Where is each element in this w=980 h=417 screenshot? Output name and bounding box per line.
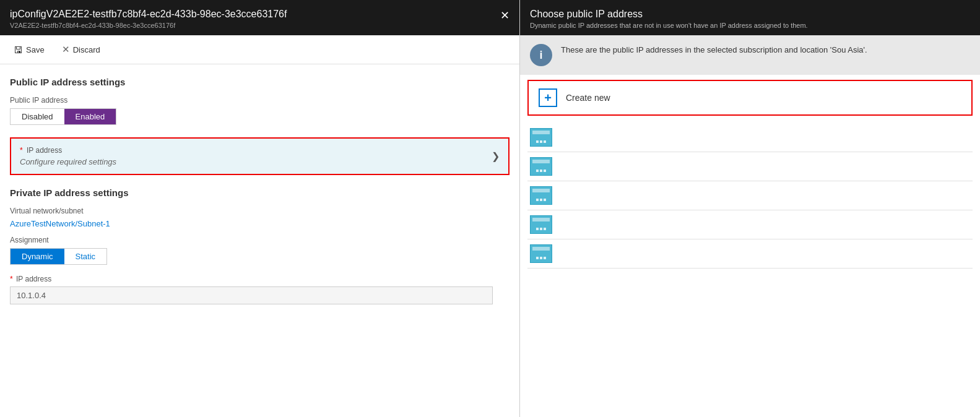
left-panel: ipConfigV2AE2E2-testfb7c8bf4-ec2d-433b-9…	[0, 0, 520, 417]
discard-icon: ✕	[62, 44, 70, 55]
assignment-toggle-group: Dynamic Static	[10, 248, 107, 265]
discard-label: Discard	[73, 45, 100, 54]
toolbar: 🖫 Save ✕ Discard	[0, 35, 519, 64]
list-item[interactable]	[527, 123, 973, 152]
private-ip-input[interactable]	[10, 286, 493, 304]
info-banner-text: These are the public IP addresses in the…	[561, 44, 867, 56]
ip-resource-icon	[530, 244, 552, 263]
public-ip-enabled-button[interactable]: Enabled	[64, 109, 116, 124]
discard-button[interactable]: ✕ Discard	[58, 41, 104, 58]
panel-title: ipConfigV2AE2E2-testfb7c8bf4-ec2d-433b-9…	[10, 9, 510, 20]
ip-resource-icon	[530, 157, 552, 176]
ip-resource-icon	[530, 128, 552, 147]
list-item[interactable]	[527, 210, 973, 239]
public-ip-toggle-group: Disabled Enabled	[10, 108, 116, 125]
ip-resource-icon	[530, 186, 552, 205]
required-mark: *	[20, 146, 23, 155]
ip-address-row-label: * IP address	[20, 146, 116, 155]
list-item[interactable]	[527, 152, 973, 181]
private-ip-label: * IP address	[10, 275, 510, 283]
list-item[interactable]	[527, 239, 973, 269]
info-icon: i	[530, 44, 552, 66]
ip-address-label-text: IP address	[27, 146, 62, 155]
save-label: Save	[26, 45, 45, 54]
ip-resource-icon	[530, 215, 552, 234]
ip-list	[520, 121, 980, 271]
info-banner: i These are the public IP addresses in t…	[520, 35, 980, 75]
save-icon: 🖫	[14, 45, 23, 55]
right-panel-title: Choose public IP address	[530, 9, 970, 20]
create-new-label: Create new	[566, 93, 610, 103]
list-item[interactable]	[527, 181, 973, 210]
left-header: ipConfigV2AE2E2-testfb7c8bf4-ec2d-433b-9…	[0, 0, 519, 35]
ip-address-selector-row[interactable]: * IP address Configure required settings…	[10, 137, 510, 175]
required-mark-2: *	[10, 275, 13, 283]
private-ip-section: Private IP address settings Virtual netw…	[10, 187, 510, 304]
plus-icon: +	[539, 88, 557, 107]
panel-subtitle: V2AE2E2-testfb7c8bf4-ec2d-433b-98ec-3e3c…	[10, 22, 510, 29]
right-panel: Choose public IP address Dynamic public …	[520, 0, 980, 417]
assignment-label: Assignment	[10, 236, 510, 244]
private-ip-label-text: IP address	[16, 275, 51, 283]
right-header: Choose public IP address Dynamic public …	[520, 0, 980, 35]
close-button[interactable]: ✕	[500, 9, 510, 22]
right-content: i These are the public IP addresses in t…	[520, 35, 980, 417]
public-ip-field-label: Public IP address	[10, 96, 510, 105]
public-ip-disabled-button[interactable]: Disabled	[11, 109, 64, 124]
subnet-link[interactable]: AzureTestNetwork/Subnet-1	[10, 219, 510, 228]
subnet-label: Virtual network/subnet	[10, 207, 510, 215]
assignment-dynamic-button[interactable]: Dynamic	[11, 249, 64, 264]
public-ip-section-title: Public IP address settings	[10, 77, 510, 87]
chevron-right-icon: ❯	[492, 150, 500, 162]
assignment-static-button[interactable]: Static	[64, 249, 107, 264]
create-new-row[interactable]: + Create new	[527, 80, 973, 116]
private-ip-section-title: Private IP address settings	[10, 187, 510, 198]
ip-address-row-left: * IP address Configure required settings	[20, 146, 116, 166]
ip-address-placeholder: Configure required settings	[20, 157, 116, 166]
left-content: Public IP address settings Public IP add…	[0, 64, 519, 417]
save-button[interactable]: 🖫 Save	[10, 42, 48, 58]
right-panel-subtitle: Dynamic public IP addresses that are not…	[530, 22, 970, 29]
